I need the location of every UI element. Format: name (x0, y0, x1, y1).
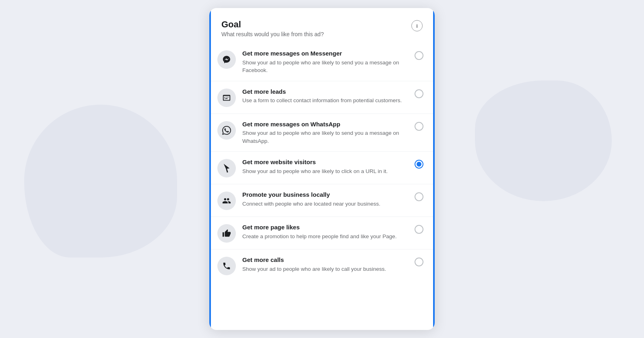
info-button[interactable]: i (411, 20, 423, 31)
leads-radio[interactable] (415, 89, 423, 98)
calls-desc: Show your ad to people who are likely to… (242, 265, 411, 273)
local-icon-wrap (217, 192, 236, 210)
messenger-desc: Show your ad to people who are likely to… (242, 59, 411, 74)
panel-title-group: Goal What results would you like from th… (221, 19, 324, 37)
website-radio-inner (417, 162, 421, 167)
likes-radio-outer (415, 225, 423, 234)
local-radio-outer (415, 192, 423, 201)
leads-radio-outer (415, 89, 423, 98)
background-blob-right (475, 80, 612, 201)
option-likes[interactable]: Get more page likes Create a promotion t… (209, 216, 435, 249)
leads-text: Get more leads Use a form to collect con… (242, 88, 411, 105)
calls-radio[interactable] (415, 258, 423, 266)
thumbsup-icon (222, 229, 231, 238)
local-radio[interactable] (415, 192, 423, 201)
option-leads[interactable]: Get more leads Use a form to collect con… (209, 81, 435, 113)
website-desc: Show your ad to people who are likely to… (242, 167, 411, 175)
messenger-icon-wrap (217, 50, 236, 69)
people-icon (222, 196, 231, 205)
panel-title: Goal (221, 19, 324, 30)
info-icon: i (416, 23, 418, 29)
likes-radio[interactable] (415, 225, 423, 234)
background-blob-left (24, 105, 177, 258)
calls-title: Get more calls (242, 256, 411, 264)
local-text: Promote your business locally Connect wi… (242, 191, 411, 208)
website-title: Get more website visitors (242, 158, 411, 166)
goal-panel: Goal What results would you like from th… (209, 8, 435, 330)
whatsapp-desc: Show your ad to people who are likely to… (242, 129, 411, 145)
option-local[interactable]: Promote your business locally Connect wi… (209, 184, 435, 216)
website-radio-outer (415, 160, 423, 169)
whatsapp-icon-wrap (217, 121, 236, 140)
leads-icon-wrap (217, 89, 236, 107)
option-calls[interactable]: Get more calls Show your ad to people wh… (209, 249, 435, 282)
options-list: Get more messages on Messenger Show your… (209, 43, 435, 290)
option-website[interactable]: Get more website visitors Show your ad t… (209, 151, 435, 184)
calls-radio-outer (415, 258, 423, 266)
messenger-radio-outer (415, 51, 423, 60)
whatsapp-title: Get more messages on WhatsApp (242, 120, 411, 128)
whatsapp-icon (222, 126, 231, 135)
whatsapp-radio-outer (415, 122, 423, 131)
leads-desc: Use a form to collect contact informatio… (242, 97, 411, 105)
panel-subtitle: What results would you like from this ad… (221, 31, 324, 37)
whatsapp-radio[interactable] (415, 122, 423, 131)
leads-title: Get more leads (242, 88, 411, 96)
panel-header: Goal What results would you like from th… (209, 8, 435, 43)
likes-title: Get more page likes (242, 223, 411, 231)
messenger-title: Get more messages on Messenger (242, 49, 411, 58)
calls-text: Get more calls Show your ad to people wh… (242, 256, 411, 273)
website-icon-wrap (217, 159, 236, 177)
website-radio[interactable] (415, 160, 423, 169)
messenger-icon (222, 55, 231, 64)
option-whatsapp[interactable]: Get more messages on WhatsApp Show your … (209, 113, 435, 152)
calls-icon-wrap (217, 257, 236, 275)
phone-icon (222, 262, 231, 270)
messenger-text: Get more messages on Messenger Show your… (242, 49, 411, 74)
leads-icon (222, 93, 231, 102)
messenger-radio[interactable] (415, 51, 423, 60)
website-text: Get more website visitors Show your ad t… (242, 158, 411, 175)
whatsapp-text: Get more messages on WhatsApp Show your … (242, 120, 411, 145)
local-title: Promote your business locally (242, 191, 411, 199)
likes-desc: Create a promotion to help more people f… (242, 233, 411, 241)
local-desc: Connect with people who are located near… (242, 200, 411, 208)
option-messenger[interactable]: Get more messages on Messenger Show your… (209, 43, 435, 81)
likes-text: Get more page likes Create a promotion t… (242, 223, 411, 240)
likes-icon-wrap (217, 224, 236, 243)
cursor-icon (222, 164, 231, 173)
